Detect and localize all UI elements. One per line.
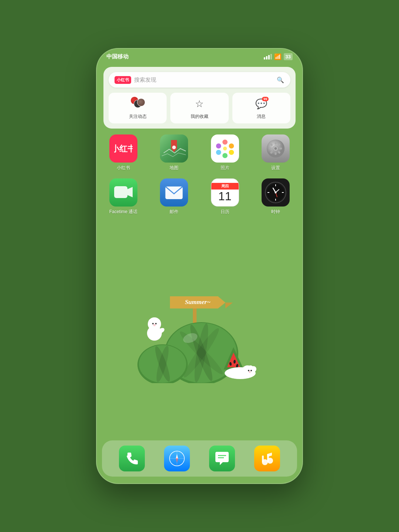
svg-marker-25 [127,187,133,197]
app-icon-mail [160,178,188,207]
calendar-day: 11 [218,190,232,202]
svg-point-63 [154,330,158,334]
app-label-clock: 时钟 [271,209,280,215]
app-calendar[interactable]: 周四 11 日历 [207,178,243,215]
app-label-facetime: Facetime 通话 [109,209,138,215]
app-xhs[interactable]: 小红书 小红书 [105,134,142,171]
app-icon-xhs: 小红书 [109,134,137,163]
svg-point-65 [155,323,157,324]
svg-rect-24 [114,186,127,198]
svg-point-9 [216,150,221,155]
svg-marker-39 [225,303,233,308]
dock-music[interactable] [254,446,280,471]
app-facetime[interactable]: Facetime 通话 [105,178,142,215]
svg-point-15 [274,147,277,150]
xiaohongshu-widget: 小红书 搜索发现 🔍 关注动态 ☆ 我 [103,67,296,129]
svg-point-36 [274,192,276,194]
svg-point-7 [229,150,234,155]
app-row-2: Facetime 通话 邮件 周四 11 [105,178,294,215]
app-icon-clock [262,178,290,207]
messages-label: 消息 [257,113,266,120]
dock-messages[interactable] [209,446,235,471]
app-settings[interactable]: 设置 [257,134,294,171]
svg-marker-80 [176,458,178,463]
carrier-label: 中国移动 [106,53,129,60]
dock [102,440,297,477]
svg-rect-16 [274,142,276,145]
app-icon-facetime [109,178,137,207]
app-icon-maps [160,134,188,163]
svg-text:小红书: 小红书 [114,144,133,153]
svg-point-4 [172,146,176,149]
svg-point-66 [153,324,156,326]
svg-point-74 [249,371,251,373]
svg-point-6 [229,143,234,149]
shortcut-messages[interactable]: 💬 99 消息 [232,93,290,123]
app-label-mail: 邮件 [170,209,178,215]
svg-text:Summer~: Summer~ [185,299,211,306]
search-icon[interactable]: 🔍 [276,76,284,84]
app-grid: 小红书 小红书 [96,134,303,222]
app-label-maps: 地图 [170,165,178,171]
search-placeholder-text: 搜索发现 [134,76,273,83]
svg-marker-87 [267,453,272,457]
svg-point-5 [222,140,228,145]
svg-point-10 [216,143,221,149]
follow-label: 关注动态 [129,113,147,120]
status-icons: 📶 33 [264,53,293,60]
favorites-label: 我的收藏 [191,113,208,120]
app-label-photos: 照片 [221,165,229,171]
search-bar[interactable]: 小红书 搜索发现 🔍 [109,72,290,88]
dock-safari[interactable] [164,446,190,471]
svg-rect-86 [262,456,264,462]
svg-point-72 [248,370,249,371]
svg-rect-17 [274,152,276,155]
status-bar: 中国移动 📶 33 [96,48,303,63]
signal-icon [264,54,272,59]
app-photos[interactable]: 照片 [207,134,243,171]
calendar-weekday: 周四 [211,183,239,190]
app-label-settings: 设置 [271,165,280,171]
app-clock[interactable]: 时钟 [257,178,294,215]
app-row-1: 小红书 小红书 [105,134,294,171]
summer-scene: Summer~ [96,219,303,440]
app-maps[interactable]: 地图 [156,134,192,171]
svg-point-64 [152,323,154,324]
shortcut-follow[interactable]: 关注动态 [109,93,167,123]
dock-phone[interactable] [119,446,145,471]
app-label-xhs: 小红书 [117,165,130,171]
xhs-logo: 小红书 [115,76,131,84]
phone-frame: 中国移动 📶 33 小红书 搜索发现 🔍 [96,48,303,484]
watermelon-svg: Summer~ [137,276,262,383]
widget-shortcuts: 关注动态 ☆ 我的收藏 💬 99 消息 [109,93,290,123]
follow-icon [130,96,145,111]
svg-point-12 [223,147,226,150]
wifi-icon: 📶 [274,53,282,60]
app-label-calendar: 日历 [221,209,229,215]
app-icon-settings [262,134,290,163]
svg-point-8 [222,153,228,158]
app-icon-calendar: 周四 11 [211,178,239,207]
battery-icon: 33 [284,53,293,60]
svg-rect-19 [279,147,282,149]
star-icon: ☆ [192,96,207,111]
message-icon: 💬 99 [254,96,269,111]
svg-point-73 [250,370,252,371]
message-badge: 99 [262,97,269,101]
app-mail[interactable]: 邮件 [156,178,192,215]
app-icon-photos [211,134,239,163]
shortcut-favorites[interactable]: ☆ 我的收藏 [170,93,228,123]
svg-rect-18 [269,147,272,149]
